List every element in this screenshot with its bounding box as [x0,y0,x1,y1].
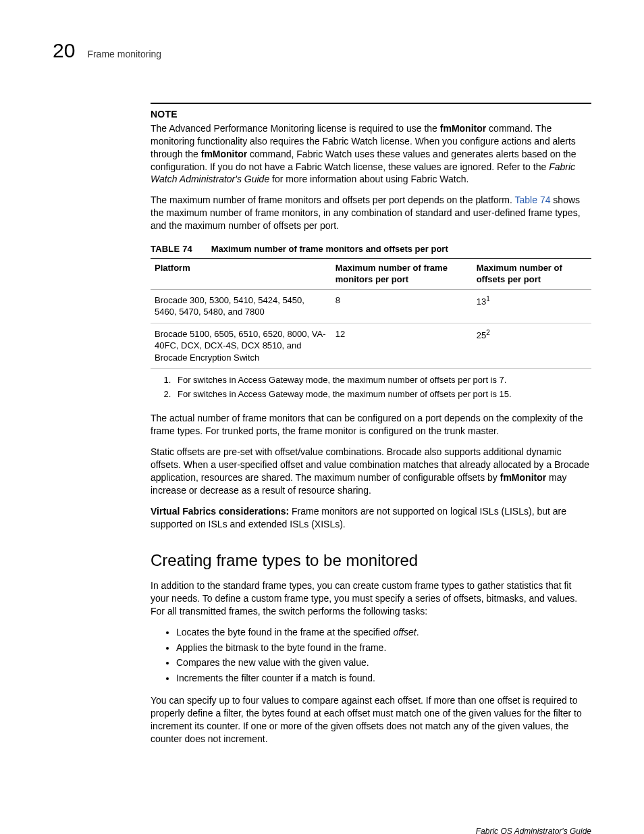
command-name: fmMonitor [500,472,546,483]
section-title: Frame monitoring [87,49,161,59]
footnote-ref: 1 [486,295,490,303]
table-label: TABLE 74 [151,244,192,254]
list-item: Compares the new value with the given va… [176,656,591,669]
cell-monitors: 12 [331,323,473,369]
intro-paragraph: The maximum number of frame monitors and… [151,194,591,232]
cell-offsets: 252 [473,323,591,369]
note-heading: NOTE [151,108,591,121]
body-paragraph: Static offsets are pre-set with offset/v… [151,446,591,497]
command-name: fmMonitor [201,149,247,159]
book-title: Fabric OS Administrator's Guide [476,827,591,834]
note-text: for more information about using Fabric … [269,174,468,184]
table-row: Brocade 5100, 6505, 6510, 6520, 8000, VA… [151,323,591,369]
note-text: The Advanced Performance Monitoring lice… [151,123,440,134]
col-monitors: Maximum number of frame monitors per por… [331,258,473,289]
table-row: Brocade 300, 5300, 5410, 5424, 5450, 546… [151,289,591,323]
list-item: Applies the bitmask to the byte found in… [176,642,591,654]
cell-offsets: 131 [473,289,591,323]
footer-right: Fabric OS Administrator's Guide 53-10027… [476,827,591,834]
note-rule [151,103,591,104]
footnote-ref: 2 [486,329,490,336]
page: 20 Frame monitoring NOTE The Advanced Pe… [0,0,644,834]
body-paragraph: In addition to the standard frame types,… [151,579,591,618]
page-footer: 506 Fabric OS Administrator's Guide 53-1… [53,827,591,834]
body-paragraph: The actual number of frame monitors that… [151,412,591,438]
item-text: Locates the byte found in the frame at t… [176,627,393,637]
footnote: For switches in Access Gateway mode, the… [173,374,591,386]
running-header: 20 Frame monitoring [53,39,591,62]
chapter-number: 20 [53,39,75,62]
task-list: Locates the byte found in the frame at t… [151,626,591,685]
note-body: The Advanced Performance Monitoring lice… [151,122,591,186]
table-header-row: Platform Maximum number of frame monitor… [151,258,591,289]
term: offset [393,627,416,637]
subsection-heading: Creating frame types to be monitored [151,550,591,571]
run-in-heading: Virtual Fabrics considerations: [151,506,289,517]
table-footnotes: For switches in Access Gateway mode, the… [151,374,591,400]
list-item: Locates the byte found in the frame at t… [176,626,591,639]
cell-platform: Brocade 5100, 6505, 6510, 6520, 8000, VA… [151,323,331,369]
command-name: fmMonitor [440,123,486,134]
body-paragraph: You can specify up to four values to com… [151,694,591,746]
footnote: For switches in Access Gateway mode, the… [173,388,591,400]
content-column: NOTE The Advanced Performance Monitoring… [151,103,591,746]
item-text: . [417,627,419,637]
col-platform: Platform [151,258,331,289]
table-caption-text: Maximum number of frame monitors and off… [211,244,448,254]
offset-value: 25 [477,330,486,340]
table-link[interactable]: Table 74 [515,194,551,205]
body-text: The maximum number of frame monitors and… [151,194,515,205]
list-item: Increments the filter counter if a match… [176,672,591,685]
cell-monitors: 8 [331,289,473,323]
col-offsets: Maximum number of offsets per port [473,258,591,289]
cell-platform: Brocade 300, 5300, 5410, 5424, 5450, 546… [151,289,331,323]
body-paragraph: Virtual Fabrics considerations: Frame mo… [151,505,591,531]
offset-value: 13 [477,296,486,307]
table-caption: TABLE 74 Maximum number of frame monitor… [151,243,591,255]
limits-table: Platform Maximum number of frame monitor… [151,258,591,369]
